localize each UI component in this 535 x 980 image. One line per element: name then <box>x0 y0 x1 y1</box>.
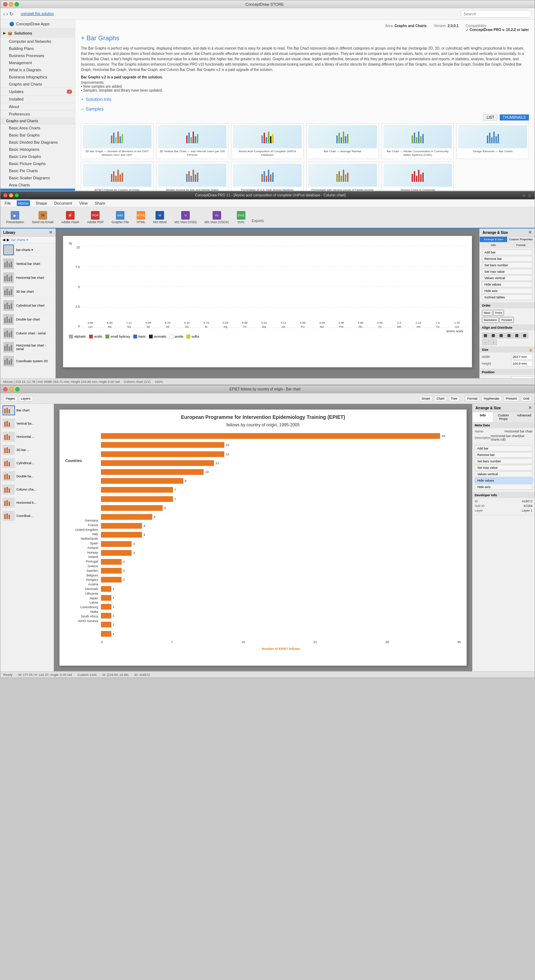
window-controls[interactable] <box>3 2 19 6</box>
epiet-lib-item-vertical-bar[interactable]: Vertical ba... <box>0 417 54 430</box>
order-forward-btn[interactable]: Forward <box>499 317 514 323</box>
ribbon-html[interactable]: HTML HTML <box>134 210 148 225</box>
tab-info[interactable]: Info <box>480 242 507 248</box>
arrange-close[interactable]: ✕ <box>528 230 532 235</box>
lib-item-vertical-bar[interactable]: Vertical bar chart <box>0 257 55 271</box>
epiet-action-hide-axis[interactable]: Hide axis <box>475 484 532 490</box>
distribute-h-btn[interactable]: ↔ <box>482 339 489 345</box>
arrange-action-hide-values[interactable]: Hide values <box>482 282 532 287</box>
epiet-action-set-bars-number[interactable]: Set bars number <box>475 458 532 464</box>
epiet-lib-item-cylindrical[interactable]: Cylindrical... <box>0 457 54 470</box>
pro-min-btn[interactable] <box>9 193 13 197</box>
sidebar-item-basic-scatter[interactable]: Basic Scatter Diagrams <box>0 174 75 181</box>
align-right-btn[interactable]: ⬛ <box>498 332 505 338</box>
epiet-rpanel-close[interactable]: ✕ <box>528 405 532 410</box>
rpanel-align-header[interactable]: Align and Distribute <box>480 325 535 331</box>
pro-window-controls[interactable] <box>3 193 19 197</box>
search-input[interactable] <box>460 10 532 18</box>
epiet-smart-btn[interactable]: Smart <box>419 396 433 401</box>
x-input[interactable] <box>511 377 532 378</box>
sidebar-item-apps[interactable]: 🔵 ConceptDraw Apps <box>0 20 75 28</box>
sidebar-item-preferences[interactable]: Preferences <box>0 110 75 118</box>
tab-format[interactable]: Format <box>507 242 535 248</box>
back-btn[interactable]: ‹ <box>3 11 5 17</box>
sample-card-s11[interactable]: Serious Crime in Cincinnati <box>382 162 454 191</box>
sample-card-s2[interactable]: 3D Vertical Bar Chart — Iran Internet Us… <box>156 123 229 159</box>
sidebar-item-updates[interactable]: Updates 9 <box>0 88 75 95</box>
sidebar-item-management[interactable]: Management <box>0 59 75 66</box>
rpanel-size-header[interactable]: Size 🔒 <box>480 347 535 353</box>
epiet-lib-item-horiz-bar[interactable]: Horizontal b... <box>0 496 54 509</box>
tab-custom-props[interactable]: Custom Properties <box>507 237 535 242</box>
tab-arrange[interactable]: Arrange & Size <box>480 237 507 242</box>
sidebar-item-basic-pie[interactable]: Basic Pie Charts <box>0 167 75 174</box>
ribbon-graphic[interactable]: IMG Graphic File <box>109 210 132 225</box>
sidebar-item-business-infographics[interactable]: Business Infographics <box>0 73 75 81</box>
epiet-hyphenate-btn[interactable]: Hyphenate <box>481 396 502 401</box>
lib-item-column-serial[interactable]: Column chart - serial <box>0 326 55 340</box>
epiet-action-values-vertical[interactable]: Values vertical <box>475 471 532 477</box>
sample-card-s7[interactable]: EPIET Fellows by Country of Origin <box>81 162 153 191</box>
minimize-btn[interactable] <box>9 2 13 6</box>
ribbon-msword[interactable]: W MS Word <box>151 210 169 225</box>
epiet-action-remove-bar[interactable]: Remove bar <box>475 452 532 458</box>
lib-item-bar-charts[interactable]: bar-charts ▾ <box>0 243 55 257</box>
width-input[interactable] <box>511 354 532 360</box>
lib-item-cylindrical[interactable]: Cylindrical bar chart <box>0 299 55 313</box>
align-center-btn[interactable]: ⬛ <box>490 332 497 338</box>
epiet-lib-item-horizontal-bar[interactable]: Horizontal ... <box>0 430 54 444</box>
sample-card-s3[interactable]: Amino Acid Composition of Complete UniPr… <box>231 123 304 159</box>
sample-card-s9[interactable]: Percentage of U.S. High School Students <box>231 162 304 191</box>
lib-item-double[interactable]: Double bar chart <box>0 313 55 326</box>
ribbon-pdf[interactable]: PDF Adobe PDF <box>84 210 107 225</box>
ribbon-svg[interactable]: SVG SVG <box>234 210 248 225</box>
sample-card-s10[interactable]: Percentage with Various Levels of Family… <box>306 162 379 191</box>
sidebar-item-basic-divided[interactable]: Basic Divided Bar Diagrams <box>0 139 75 146</box>
pro-close2-btn[interactable] <box>527 193 532 197</box>
sidebar-item-computer-networks[interactable]: Computer and Networks <box>0 38 75 45</box>
epiet-present-btn[interactable]: Present <box>503 396 519 401</box>
sidebar-item-area-charts[interactable]: Area Charts <box>0 181 75 189</box>
maximize-btn[interactable] <box>14 2 19 6</box>
sidebar-item-basic-histograms[interactable]: Basic Histograms <box>0 146 75 153</box>
align-left-btn[interactable]: ⬛ <box>482 332 489 338</box>
ribbon-flash[interactable]: ⚡ Adobe Flash <box>59 210 83 225</box>
pro-close-btn[interactable] <box>3 193 8 197</box>
order-back-btn[interactable]: Back <box>482 310 492 316</box>
close-btn[interactable] <box>3 2 8 6</box>
lib-item-horiz-serial[interactable]: Horizontal bar chart - serial <box>0 340 55 354</box>
sample-card-s1[interactable]: 3D Bar Graph — Number of Members in the … <box>81 123 153 159</box>
align-middle-btn[interactable]: ⬛ <box>513 332 521 338</box>
uninstall-link[interactable]: uninstall this solution <box>21 12 54 16</box>
epiet-chart-btn[interactable]: Chart <box>434 396 447 401</box>
ribbon-visio-vsdx[interactable]: Vx MS Visio (VSDX) <box>202 210 231 225</box>
sample-card-s5[interactable]: Bar Chart — Nitrate Concentration in Com… <box>382 123 454 159</box>
list-view-btn[interactable]: LIST <box>483 115 497 121</box>
epiet-tab-info[interactable]: Info <box>473 412 493 422</box>
sample-card-s6[interactable]: Design Elements — Bar Charts <box>457 123 529 159</box>
menu-share[interactable]: Share <box>94 200 107 206</box>
sidebar-item-basic-bar[interactable]: Basic Bar Graphs <box>0 132 75 139</box>
forward-btn[interactable]: › <box>6 11 8 17</box>
sidebar-item-bar-graphs[interactable]: Bar Graphs <box>0 189 75 191</box>
ribbon-presentation[interactable]: ▶ Presentation <box>3 210 27 225</box>
rpanel-position-header[interactable]: Position <box>480 369 535 375</box>
epiet-tree-btn[interactable]: Tree <box>448 396 460 401</box>
thumbnails-view-btn[interactable]: THUMBNAILS <box>500 115 529 121</box>
sidebar-item-about[interactable]: About <box>0 103 75 110</box>
epiet-action-add-bar[interactable]: Add bar <box>475 445 532 451</box>
sidebar-item-what-is-diagram[interactable]: What is a Diagram <box>0 66 75 73</box>
epiet-action-hide-values[interactable]: Hide values <box>475 478 532 484</box>
epiet-tool-pages[interactable]: Pages <box>3 396 18 401</box>
arrange-action-inclined-tables[interactable]: Inclined tables <box>482 294 532 300</box>
sidebar-item-basic-area[interactable]: Basic Area Charts <box>0 124 75 132</box>
menu-view[interactable]: View <box>78 200 89 206</box>
sidebar-item-building-plans[interactable]: Building Plans <box>0 45 75 52</box>
sidebar-item-basic-line[interactable]: Basic Line Graphs <box>0 153 75 160</box>
epiet-tab-advanced[interactable]: Advanced <box>514 412 535 422</box>
pro-max-btn[interactable] <box>14 193 19 197</box>
order-front-btn[interactable]: Front <box>493 310 504 316</box>
arrange-action-set-max-value[interactable]: Set max value <box>482 269 532 275</box>
sample-card-s8[interactable]: Median Income by Age and Marital Status <box>156 162 229 191</box>
epiet-lib-item-column-chart[interactable]: Column cha... <box>0 483 54 496</box>
